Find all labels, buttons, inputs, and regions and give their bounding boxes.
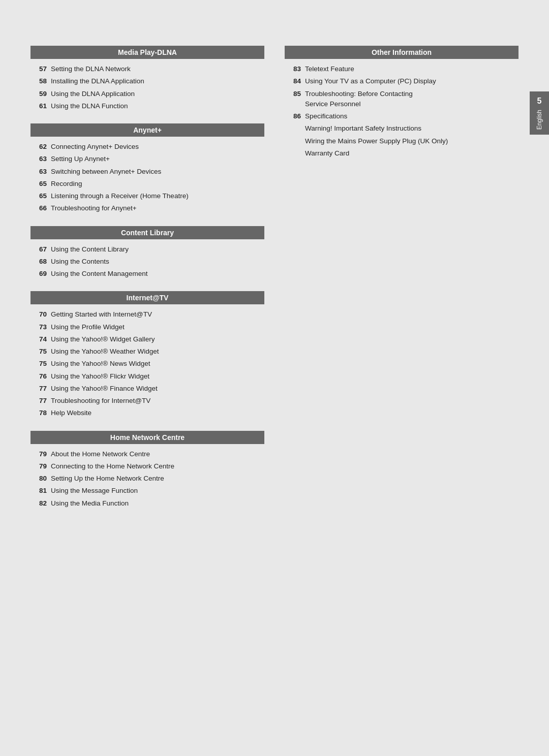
list-item: 68 Using the Contents	[30, 257, 264, 267]
list-item: 70 Getting Started with Internet@TV	[30, 309, 264, 320]
page-num: 85	[285, 89, 301, 99]
list-item: 84 Using Your TV as a Computer (PC) Disp…	[285, 76, 518, 86]
page-num: 67	[30, 244, 47, 255]
list-item: 69 Using the Content Management	[30, 269, 264, 279]
list-item: 75 Using the Yahoo!® Weather Widget	[30, 346, 264, 357]
page-num: 68	[30, 257, 47, 267]
page-num: 70	[30, 309, 47, 320]
list-item: 86 Specifications	[285, 111, 518, 121]
page-num: 86	[285, 111, 301, 121]
entry-text: Using the Yahoo!® Finance Widget	[51, 384, 264, 394]
entry-text: Setting Up the Home Network Centre	[51, 474, 264, 484]
page-num: 58	[30, 76, 47, 86]
entry-text: Using the Media Function	[51, 498, 264, 509]
section-header-media-play-dlna: Media Play-DLNA	[30, 46, 264, 59]
section-media-play-dlna: Media Play-DLNA 57 Setting the DLNA Netw…	[30, 46, 264, 111]
list-item: 85 Troubleshooting: Before ContactingSer…	[285, 89, 518, 110]
entry-text: Teletext Feature	[305, 64, 518, 74]
entry-text: Using the Contents	[51, 257, 264, 267]
list-item: 77 Troubleshooting for Internet@TV	[30, 396, 264, 406]
list-item: 66 Troubleshooting for Anynet+	[30, 203, 264, 213]
list-item: 67 Using the Content Library	[30, 244, 264, 255]
page-num: 76	[30, 371, 47, 382]
list-item: 79 About the Home Network Centre	[30, 449, 264, 459]
list-item: 77 Using the Yahoo!® Finance Widget	[30, 384, 264, 394]
entry-text: Troubleshooting: Before ContactingServic…	[305, 89, 518, 110]
entry-text: Using the Message Function	[51, 486, 264, 496]
section-header-other-information: Other Information	[285, 46, 518, 59]
entry-text: Listening through a Receiver (Home Theat…	[51, 191, 264, 201]
section-other-information: Other Information 83 Teletext Feature 84…	[285, 46, 518, 159]
page-num: 79	[30, 449, 47, 459]
entry-text: Specifications	[305, 111, 518, 121]
page-num: 62	[30, 142, 47, 152]
list-item-no-num: Wiring the Mains Power Supply Plug (UK O…	[305, 136, 518, 146]
entry-text: Using the Yahoo!® Weather Widget	[51, 346, 264, 357]
entry-text: Using the Yahoo!® Flickr Widget	[51, 371, 264, 382]
page-num: 80	[30, 474, 47, 484]
page-num: 65	[30, 179, 47, 189]
list-item: 57 Setting the DLNA Network	[30, 64, 264, 74]
list-item-no-num: Warning! Important Safety Instructions	[305, 123, 518, 134]
list-item: 78 Help Website	[30, 408, 264, 418]
section-content-library: Content Library 67 Using the Content Lib…	[30, 226, 264, 279]
list-item: 63 Setting Up Anynet+	[30, 154, 264, 164]
section-header-internet-tv: Internet@TV	[30, 291, 264, 304]
page-num: 75	[30, 346, 47, 357]
section-internet-tv: Internet@TV 70 Getting Started with Inte…	[30, 291, 264, 418]
entry-text: Setting the DLNA Network	[51, 64, 264, 74]
list-item: 63 Switching between Anynet+ Devices	[30, 167, 264, 177]
entry-text: Using the DLNA Application	[51, 89, 264, 99]
entry-text: Troubleshooting for Internet@TV	[51, 396, 264, 406]
entry-text: Connecting Anynet+ Devices	[51, 142, 264, 152]
page-num: 63	[30, 154, 47, 164]
entry-text: About the Home Network Centre	[51, 449, 264, 459]
list-item: 79 Connecting to the Home Network Centre	[30, 461, 264, 471]
list-item-no-num: Warranty Card	[305, 148, 518, 159]
right-column: Other Information 83 Teletext Feature 84…	[285, 46, 518, 521]
entry-text: Using the Yahoo!® Widget Gallery	[51, 334, 264, 344]
entry-text: Switching between Anynet+ Devices	[51, 167, 264, 177]
entry-text: Recording	[51, 179, 264, 189]
entry-text: Help Website	[51, 408, 264, 418]
two-column-layout: Media Play-DLNA 57 Setting the DLNA Netw…	[30, 46, 518, 521]
page-num: 65	[30, 191, 47, 201]
section-home-network: Home Network Centre 79 About the Home Ne…	[30, 431, 264, 509]
page-num: 84	[285, 76, 301, 86]
page-num: 79	[30, 461, 47, 471]
left-column: Media Play-DLNA 57 Setting the DLNA Netw…	[30, 46, 264, 521]
section-anynet: Anynet+ 62 Connecting Anynet+ Devices 63…	[30, 123, 264, 214]
section-header-home-network: Home Network Centre	[30, 431, 264, 444]
list-item: 80 Setting Up the Home Network Centre	[30, 474, 264, 484]
list-item: 58 Installing the DLNA Application	[30, 76, 264, 86]
entry-text: Connecting to the Home Network Centre	[51, 461, 264, 471]
list-item: 81 Using the Message Function	[30, 486, 264, 496]
list-item: 83 Teletext Feature	[285, 64, 518, 74]
entry-text: Troubleshooting for Anynet+	[51, 203, 264, 213]
section-header-content-library: Content Library	[30, 226, 264, 239]
entry-text: Using the Content Management	[51, 269, 264, 279]
page-num: 61	[30, 101, 47, 111]
list-item: 82 Using the Media Function	[30, 498, 264, 509]
list-item: 75 Using the Yahoo!® News Widget	[30, 359, 264, 369]
section-header-anynet: Anynet+	[30, 123, 264, 137]
entry-text: Using Your TV as a Computer (PC) Display	[305, 76, 518, 86]
page-number: 5	[537, 97, 542, 106]
page-num: 73	[30, 322, 47, 332]
page-num: 78	[30, 408, 47, 418]
list-item: 76 Using the Yahoo!® Flickr Widget	[30, 371, 264, 382]
entry-text: Using the Yahoo!® News Widget	[51, 359, 264, 369]
list-item: 65 Listening through a Receiver (Home Th…	[30, 191, 264, 201]
page-num: 69	[30, 269, 47, 279]
page-number-sidebar: 5 English	[530, 91, 549, 135]
page-num: 77	[30, 384, 47, 394]
page-num: 77	[30, 396, 47, 406]
page-container: 5 English Media Play-DLNA 57 Setting the…	[0, 0, 549, 756]
entry-text: Using the DLNA Function	[51, 101, 264, 111]
entry-text: Using the Content Library	[51, 244, 264, 255]
page-num: 66	[30, 203, 47, 213]
page-num: 81	[30, 486, 47, 496]
page-num: 83	[285, 64, 301, 74]
page-num: 75	[30, 359, 47, 369]
list-item: 73 Using the Profile Widget	[30, 322, 264, 332]
